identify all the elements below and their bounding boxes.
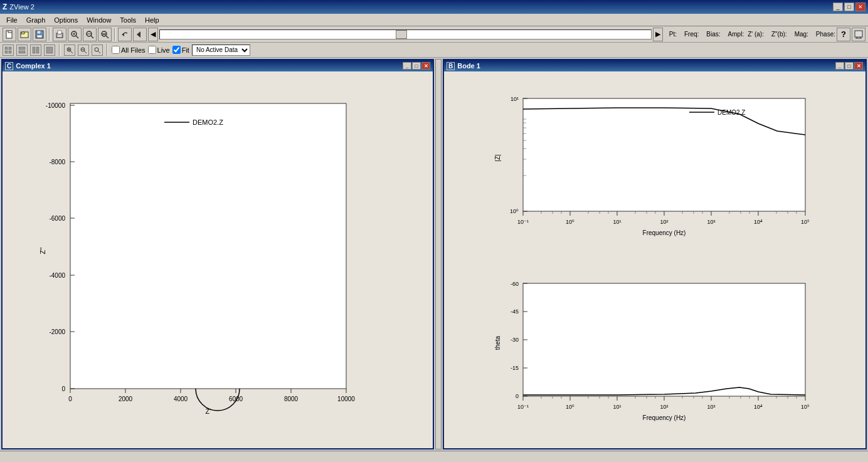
- bode-icon: B: [447, 62, 455, 70]
- menu-options[interactable]: Options: [50, 15, 82, 25]
- bode-bot-x-100000: 10⁵: [801, 404, 810, 410]
- menu-tools[interactable]: Tools: [116, 15, 140, 25]
- complex-title-bar: C Complex 1 _ □ ✕: [3, 60, 433, 71]
- zoom-btn-2[interactable]: [78, 45, 89, 56]
- bode-minimize-btn[interactable]: _: [835, 62, 844, 70]
- open-button[interactable]: [18, 28, 31, 41]
- svg-rect-5: [37, 31, 41, 34]
- sep1: [49, 28, 50, 41]
- bode-top-y-label: |Z|: [494, 154, 501, 161]
- bode-top-x-10: 10¹: [613, 219, 621, 225]
- info-ampl-group: Ampl:: [728, 31, 744, 38]
- y-axis-label: Z'': [39, 247, 46, 254]
- svg-rect-0: [6, 31, 12, 38]
- active-data-dropdown[interactable]: No Active Data: [192, 45, 250, 56]
- x-tick-0: 0: [68, 396, 72, 402]
- y-tick-10000: -10000: [46, 102, 66, 109]
- close-button[interactable]: ✕: [855, 3, 865, 11]
- svg-line-15: [91, 36, 93, 38]
- undo-button[interactable]: [118, 28, 132, 41]
- minimize-button[interactable]: _: [833, 3, 843, 11]
- grid-btn-1[interactable]: [3, 45, 14, 56]
- zoom-btn-1[interactable]: [64, 45, 75, 56]
- bode-bot-x-100: 10²: [660, 404, 668, 410]
- svg-rect-34: [46, 47, 53, 53]
- bode-top-x-100000: 10⁵: [801, 219, 810, 225]
- svg-rect-31: [19, 51, 25, 53]
- bode-bot-x-0.1: 10⁻¹: [517, 404, 529, 410]
- z-double-prime-b-label: Z"(b):: [771, 31, 787, 38]
- toolbar-row-1: ◀ ▶ Pt: Freq: Bias: Ampl: Z' (a): Z"(b):…: [0, 26, 868, 43]
- slider-area[interactable]: ◀ ▶: [148, 28, 663, 41]
- fit-checkbox-label[interactable]: Fit: [172, 46, 189, 54]
- svg-line-40: [84, 51, 87, 53]
- grid-btn-3[interactable]: [30, 45, 41, 56]
- complex-title-btns[interactable]: _ □ ✕: [403, 62, 430, 70]
- zoom-out-button[interactable]: [98, 28, 112, 41]
- complex-close-btn[interactable]: ✕: [421, 62, 430, 70]
- svg-rect-6: [37, 35, 42, 38]
- svg-rect-27: [9, 47, 11, 50]
- grid-btn-2[interactable]: [16, 45, 28, 56]
- title-bar-buttons[interactable]: _ □ ✕: [833, 3, 865, 11]
- app-icon: Z: [3, 3, 7, 11]
- bode-bot-y-15: -15: [511, 365, 519, 371]
- all-files-checkbox[interactable]: [112, 46, 120, 54]
- info-z-prime-a: Z' (a):: [748, 31, 764, 38]
- x-tick-8000: 8000: [284, 396, 299, 402]
- title-bar: Z ZView 2 _ □ ✕: [0, 0, 868, 14]
- slider-thumb[interactable]: [396, 30, 407, 39]
- print-button[interactable]: [53, 28, 66, 41]
- vertical-scrollbar[interactable]: [435, 59, 442, 449]
- bode-bot-y-30: -30: [511, 337, 519, 343]
- slider-right-btn[interactable]: ▶: [653, 28, 663, 41]
- fit-label: Fit: [182, 46, 189, 54]
- mag-label: Mag:: [795, 31, 808, 38]
- bode-window: B Bode 1 _ □ ✕ DEMO2.Z 10¹ 1: [443, 59, 867, 449]
- title-bar-left: Z ZView 2: [3, 3, 34, 11]
- bode-top-x-10000: 10⁴: [754, 219, 763, 225]
- status-bar: [0, 451, 868, 462]
- frequency-slider[interactable]: [159, 29, 652, 39]
- all-files-label: All Files: [121, 46, 146, 54]
- bode-bot-x-10000: 10⁴: [754, 404, 763, 410]
- z-prime-a-label: Z' (a):: [748, 31, 764, 38]
- sep2: [114, 28, 115, 41]
- info-bias-group: Bias:: [706, 31, 720, 38]
- grid-btn-4[interactable]: [44, 45, 55, 56]
- display-btn[interactable]: [852, 28, 865, 41]
- live-checkbox-label[interactable]: Live: [148, 46, 170, 54]
- live-checkbox[interactable]: [148, 46, 156, 54]
- bode-bot-x-1000: 10³: [707, 404, 715, 410]
- bode-maximize-btn[interactable]: □: [845, 62, 854, 70]
- save-button[interactable]: [33, 28, 46, 41]
- pt-label: Pt:: [669, 31, 677, 38]
- menu-file[interactable]: File: [3, 15, 21, 25]
- bode-top-x-1: 10⁰: [566, 219, 574, 225]
- menu-graph[interactable]: Graph: [23, 15, 50, 25]
- zoom-btn-3[interactable]: [92, 45, 103, 56]
- complex-minimize-btn[interactable]: _: [403, 62, 411, 70]
- complex-chart-area: [70, 103, 346, 389]
- info-phase: Phase:: [816, 31, 835, 38]
- complex-graph-content: DEMO2.Z 0 -2000 -4000 -6000 -8000: [3, 71, 433, 448]
- bode-top-area: [523, 98, 805, 211]
- bode-close-btn[interactable]: ✕: [854, 62, 863, 70]
- complex-maximize-btn[interactable]: □: [412, 62, 421, 70]
- fit-checkbox[interactable]: [172, 46, 181, 54]
- new-button[interactable]: [3, 28, 16, 41]
- slider-left-btn[interactable]: ◀: [148, 28, 158, 41]
- menu-window[interactable]: Window: [83, 15, 115, 25]
- zoom-fit-button[interactable]: [68, 28, 82, 41]
- back-button[interactable]: [133, 28, 147, 41]
- maximize-button[interactable]: □: [844, 3, 854, 11]
- help-button[interactable]: ?: [837, 28, 850, 41]
- zoom-in-button[interactable]: [83, 28, 97, 41]
- bode-title-btns[interactable]: _ □ ✕: [835, 62, 863, 70]
- svg-rect-9: [57, 35, 62, 37]
- all-files-checkbox-label[interactable]: All Files: [112, 46, 146, 54]
- legend-text: DEMO2.Z: [193, 118, 223, 126]
- menu-help[interactable]: Help: [141, 15, 163, 25]
- bode-bot-y-label: theta: [494, 336, 501, 350]
- y-tick-0: 0: [61, 386, 65, 392]
